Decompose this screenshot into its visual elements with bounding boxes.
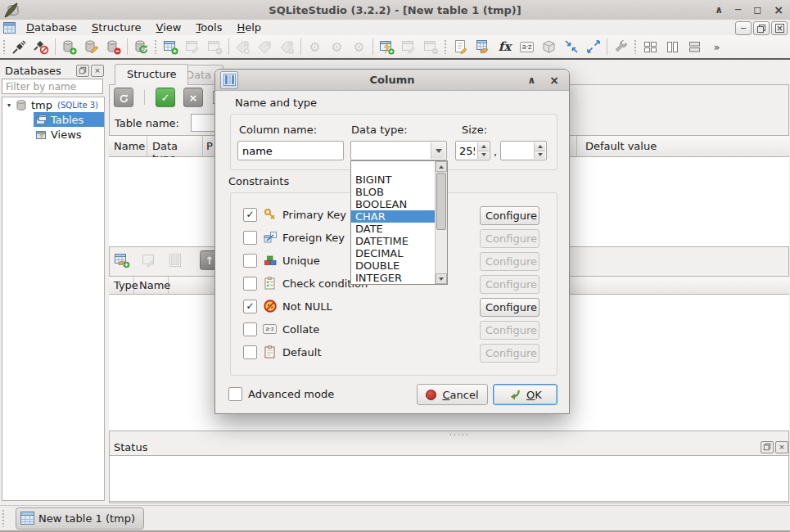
window-close-button[interactable]: ×	[774, 3, 783, 16]
primary-key-checkbox[interactable]	[243, 208, 257, 222]
menu-help[interactable]: Help	[229, 20, 269, 34]
status-close-icon[interactable]: ×	[775, 441, 788, 453]
datatype-option[interactable]: BLOB	[351, 186, 447, 198]
default-checkbox[interactable]	[243, 345, 257, 359]
dialog-shade-button[interactable]: ∧	[528, 74, 536, 86]
disconnect-icon[interactable]	[30, 37, 52, 56]
precision-input[interactable]	[501, 142, 535, 160]
unique-checkbox[interactable]	[243, 254, 257, 268]
column-name-input[interactable]	[237, 141, 344, 160]
configure-primary-key-button[interactable]: Configure	[480, 206, 539, 225]
export-icon[interactable]	[472, 37, 494, 56]
dropdown-scrollbar[interactable]	[435, 161, 447, 284]
edit-trigger-icon[interactable]: ⚙	[326, 37, 348, 56]
add-trigger-icon[interactable]: ⚙	[304, 37, 326, 56]
combo-dropdown-icon[interactable]	[431, 142, 445, 159]
window-shade-button[interactable]: ∧	[715, 4, 723, 16]
toolbar-grip[interactable]	[444, 39, 448, 54]
menu-view[interactable]: View	[149, 20, 189, 34]
constraint-columns-icon[interactable]	[168, 252, 183, 268]
layout-rows-icon[interactable]	[684, 37, 706, 56]
drop-trigger-icon[interactable]: ⚙	[348, 37, 370, 56]
tree-item-database[interactable]: ▾ tmp (SQLite 3)	[2, 97, 104, 112]
edit-table-constraint-icon[interactable]	[141, 252, 157, 268]
taskbar-item-new-table[interactable]: New table 1 (tmp)	[16, 507, 144, 530]
remove-database-icon[interactable]	[102, 37, 124, 56]
configure-not-null-button[interactable]: Configure	[480, 298, 539, 317]
menu-tools[interactable]: Tools	[188, 20, 229, 34]
extensions-icon[interactable]	[538, 37, 560, 56]
splitter-handle[interactable]	[449, 433, 470, 436]
open-collations-editor-icon[interactable]: a·z	[516, 37, 538, 56]
refresh-structure-icon[interactable]	[114, 88, 133, 107]
status-float-icon[interactable]	[761, 441, 774, 453]
configuration-wrench-icon[interactable]	[610, 37, 632, 56]
connect-icon[interactable]	[8, 37, 30, 56]
not-null-checkbox[interactable]	[243, 300, 257, 313]
foreign-key-checkbox[interactable]	[243, 231, 257, 245]
ok-button[interactable]: OK	[493, 384, 558, 405]
cancel-button[interactable]: Cancel	[417, 384, 488, 405]
mdi-restore-button[interactable]	[753, 21, 770, 35]
size-input[interactable]	[456, 142, 478, 160]
column-header-name2[interactable]: Name	[134, 277, 169, 294]
datatype-option[interactable]: DOUBLE	[351, 259, 447, 272]
menu-database[interactable]: Database	[19, 20, 84, 34]
scroll-up-icon[interactable]	[436, 161, 447, 172]
add-view-icon[interactable]	[376, 37, 398, 56]
configure-default-button[interactable]: Configure	[480, 344, 539, 363]
open-sql-editor-icon[interactable]	[449, 37, 472, 56]
size-spinner[interactable]	[455, 141, 490, 160]
dialog-close-button[interactable]: ×	[549, 74, 559, 87]
column-header-type[interactable]: Type	[109, 277, 134, 294]
drop-view-icon[interactable]	[420, 37, 442, 56]
configure-unique-button[interactable]: Configure	[480, 252, 539, 271]
layout-grid-icon[interactable]	[639, 37, 661, 56]
databases-float-icon[interactable]	[76, 65, 89, 77]
new-table-icon[interactable]	[160, 37, 182, 56]
window-maximize-button[interactable]: ◻	[753, 4, 761, 16]
datatype-option[interactable]: DATETIME	[351, 235, 447, 247]
commit-structure-icon[interactable]: ✓	[156, 88, 175, 107]
edit-database-icon[interactable]	[80, 37, 102, 56]
edit-view-icon[interactable]	[398, 37, 420, 56]
databases-close-icon[interactable]: ×	[91, 65, 104, 77]
configure-check-condition-button[interactable]: Configure	[480, 275, 539, 294]
menu-structure[interactable]: Structure	[84, 20, 149, 34]
tree-item-tables[interactable]: Tables	[34, 112, 104, 127]
column-header-defaultvalue[interactable]: Default value	[577, 136, 789, 156]
scroll-down-icon[interactable]	[436, 273, 447, 284]
add-index-icon[interactable]	[232, 37, 254, 56]
collapse-all-icon[interactable]	[560, 37, 582, 56]
add-table-constraint-icon[interactable]	[114, 252, 130, 268]
refresh-databases-icon[interactable]	[130, 37, 152, 56]
precision-spinner[interactable]	[500, 141, 547, 160]
collate-checkbox[interactable]	[243, 322, 257, 336]
check-condition-checkbox[interactable]	[243, 277, 257, 291]
add-database-icon[interactable]	[58, 37, 80, 56]
size-down-icon[interactable]	[478, 151, 489, 160]
configure-foreign-key-button[interactable]: Configure	[480, 229, 539, 248]
column-header-name[interactable]: Name	[109, 136, 147, 156]
precision-down-icon[interactable]	[535, 151, 545, 160]
column-dialog-titlebar[interactable]: Column ∧ ×	[215, 70, 569, 91]
datatype-option[interactable]: DATE	[351, 223, 447, 235]
mdi-minimize-button[interactable]: −	[735, 21, 752, 35]
column-header-datatype[interactable]: Data type	[147, 136, 203, 156]
drop-table-icon[interactable]	[204, 37, 226, 56]
layout-columns-icon[interactable]	[661, 37, 684, 56]
drop-index-icon[interactable]	[276, 37, 298, 56]
scrollbar-thumb[interactable]	[436, 173, 446, 230]
datatype-option[interactable]: INTEGER	[351, 272, 447, 284]
advanced-mode-checkbox[interactable]	[228, 387, 242, 401]
mdi-close-button[interactable]	[771, 21, 788, 35]
datatype-option[interactable]: BIGINT	[351, 174, 447, 186]
toolbar-grip[interactable]	[634, 39, 638, 54]
rollback-structure-icon[interactable]: ×	[183, 88, 203, 107]
taskbar-grip[interactable]	[2, 509, 6, 527]
expand-all-icon[interactable]	[582, 37, 604, 56]
configure-collate-button[interactable]: Configure	[480, 321, 539, 340]
data-type-combo[interactable]	[350, 141, 447, 160]
size-up-icon[interactable]	[478, 142, 489, 151]
tab-structure[interactable]: Structure	[115, 64, 188, 85]
